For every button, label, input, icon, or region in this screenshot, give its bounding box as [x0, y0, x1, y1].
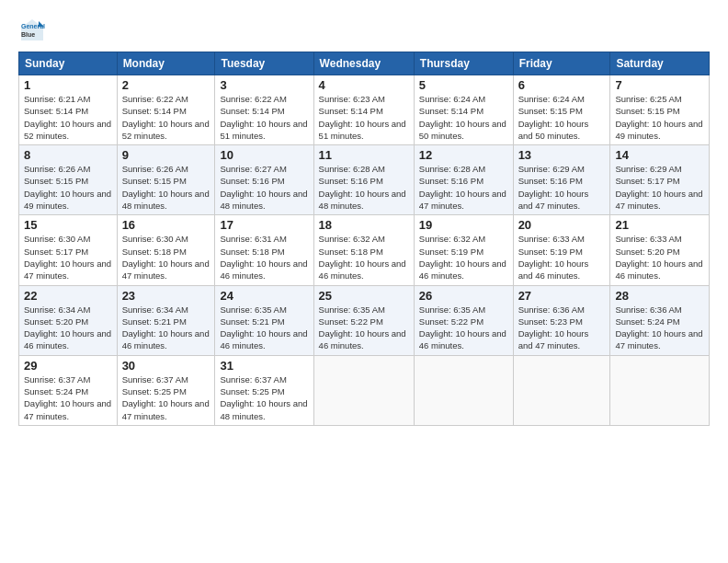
day-info: Sunrise: 6:28 AMSunset: 5:16 PMDaylight:…	[419, 163, 508, 212]
day-number: 5	[419, 78, 508, 92]
calendar-cell	[513, 355, 610, 425]
day-info: Sunrise: 6:24 AMSunset: 5:14 PMDaylight:…	[419, 93, 508, 142]
day-number: 10	[220, 148, 308, 162]
calendar-cell: 28Sunrise: 6:36 AMSunset: 5:24 PMDayligh…	[610, 285, 710, 355]
weekday-header-monday: Monday	[117, 52, 215, 75]
day-number: 2	[122, 78, 210, 92]
day-info: Sunrise: 6:26 AMSunset: 5:15 PMDaylight:…	[24, 163, 112, 212]
calendar-cell: 25Sunrise: 6:35 AMSunset: 5:22 PMDayligh…	[313, 285, 414, 355]
calendar-cell: 24Sunrise: 6:35 AMSunset: 5:21 PMDayligh…	[215, 285, 313, 355]
calendar-cell: 17Sunrise: 6:31 AMSunset: 5:18 PMDayligh…	[215, 215, 313, 285]
day-info: Sunrise: 6:35 AMSunset: 5:21 PMDaylight:…	[220, 304, 308, 352]
day-info: Sunrise: 6:22 AMSunset: 5:14 PMDaylight:…	[220, 93, 308, 142]
calendar-cell: 18Sunrise: 6:32 AMSunset: 5:18 PMDayligh…	[313, 215, 414, 285]
calendar-cell: 3Sunrise: 6:22 AMSunset: 5:14 PMDaylight…	[215, 75, 313, 145]
day-number: 12	[419, 148, 508, 162]
day-number: 28	[615, 289, 704, 303]
calendar-cell	[610, 355, 710, 425]
day-number: 19	[419, 218, 508, 232]
day-number: 4	[319, 78, 409, 92]
day-info: Sunrise: 6:32 AMSunset: 5:19 PMDaylight:…	[419, 233, 508, 282]
calendar-cell: 12Sunrise: 6:28 AMSunset: 5:16 PMDayligh…	[414, 145, 513, 215]
day-info: Sunrise: 6:34 AMSunset: 5:21 PMDaylight:…	[122, 304, 210, 352]
day-number: 11	[319, 148, 409, 162]
day-info: Sunrise: 6:28 AMSunset: 5:16 PMDaylight:…	[319, 163, 409, 212]
calendar-cell: 15Sunrise: 6:30 AMSunset: 5:17 PMDayligh…	[19, 215, 118, 285]
calendar-cell: 30Sunrise: 6:37 AMSunset: 5:25 PMDayligh…	[117, 355, 215, 425]
weekday-header-row: SundayMondayTuesdayWednesdayThursdayFrid…	[19, 52, 710, 75]
day-number: 17	[220, 218, 308, 232]
day-number: 8	[24, 148, 112, 162]
day-number: 3	[220, 78, 308, 92]
day-number: 16	[122, 218, 210, 232]
calendar-cell: 4Sunrise: 6:23 AMSunset: 5:14 PMDaylight…	[313, 75, 414, 145]
calendar-cell: 27Sunrise: 6:36 AMSunset: 5:23 PMDayligh…	[513, 285, 610, 355]
day-info: Sunrise: 6:37 AMSunset: 5:24 PMDaylight:…	[24, 373, 112, 422]
day-info: Sunrise: 6:26 AMSunset: 5:15 PMDaylight:…	[122, 163, 210, 212]
calendar-week-row: 1Sunrise: 6:21 AMSunset: 5:14 PMDaylight…	[19, 75, 710, 145]
calendar-cell: 16Sunrise: 6:30 AMSunset: 5:18 PMDayligh…	[117, 215, 215, 285]
day-info: Sunrise: 6:29 AMSunset: 5:17 PMDaylight:…	[615, 163, 704, 212]
day-number: 1	[24, 78, 112, 92]
day-number: 30	[122, 359, 210, 373]
day-number: 29	[24, 359, 112, 373]
calendar-cell: 20Sunrise: 6:33 AMSunset: 5:19 PMDayligh…	[513, 215, 610, 285]
weekday-header-sunday: Sunday	[19, 52, 118, 75]
day-info: Sunrise: 6:32 AMSunset: 5:18 PMDaylight:…	[319, 233, 409, 282]
day-info: Sunrise: 6:25 AMSunset: 5:15 PMDaylight:…	[615, 93, 704, 142]
day-number: 6	[518, 78, 606, 92]
calendar-cell: 23Sunrise: 6:34 AMSunset: 5:21 PMDayligh…	[117, 285, 215, 355]
day-info: Sunrise: 6:36 AMSunset: 5:24 PMDaylight:…	[615, 304, 704, 352]
day-number: 15	[24, 218, 112, 232]
calendar-cell: 29Sunrise: 6:37 AMSunset: 5:24 PMDayligh…	[19, 355, 118, 425]
day-info: Sunrise: 6:29 AMSunset: 5:16 PMDaylight:…	[518, 163, 606, 212]
day-info: Sunrise: 6:24 AMSunset: 5:15 PMDaylight:…	[518, 93, 606, 142]
calendar-cell: 19Sunrise: 6:32 AMSunset: 5:19 PMDayligh…	[414, 215, 513, 285]
calendar-cell: 1Sunrise: 6:21 AMSunset: 5:14 PMDaylight…	[19, 75, 118, 145]
day-info: Sunrise: 6:27 AMSunset: 5:16 PMDaylight:…	[220, 163, 308, 212]
day-number: 21	[615, 218, 704, 232]
calendar-cell: 22Sunrise: 6:34 AMSunset: 5:20 PMDayligh…	[19, 285, 118, 355]
calendar-cell: 13Sunrise: 6:29 AMSunset: 5:16 PMDayligh…	[513, 145, 610, 215]
day-number: 31	[220, 359, 308, 373]
day-number: 22	[24, 289, 112, 303]
day-number: 24	[220, 289, 308, 303]
day-info: Sunrise: 6:21 AMSunset: 5:14 PMDaylight:…	[24, 93, 112, 142]
svg-text:Blue: Blue	[21, 31, 35, 38]
day-number: 13	[518, 148, 606, 162]
calendar-cell: 10Sunrise: 6:27 AMSunset: 5:16 PMDayligh…	[215, 145, 313, 215]
logo-icon: General Blue	[18, 17, 46, 44]
logo: General Blue	[18, 17, 50, 44]
day-number: 27	[518, 289, 606, 303]
weekday-header-saturday: Saturday	[610, 52, 710, 75]
calendar-week-row: 29Sunrise: 6:37 AMSunset: 5:24 PMDayligh…	[19, 355, 710, 425]
calendar-week-row: 22Sunrise: 6:34 AMSunset: 5:20 PMDayligh…	[19, 285, 710, 355]
calendar-cell: 21Sunrise: 6:33 AMSunset: 5:20 PMDayligh…	[610, 215, 710, 285]
day-info: Sunrise: 6:35 AMSunset: 5:22 PMDaylight:…	[419, 304, 508, 352]
day-number: 18	[319, 218, 409, 232]
weekday-header-friday: Friday	[513, 52, 610, 75]
day-info: Sunrise: 6:37 AMSunset: 5:25 PMDaylight:…	[220, 373, 308, 422]
calendar-cell: 8Sunrise: 6:26 AMSunset: 5:15 PMDaylight…	[19, 145, 118, 215]
calendar-cell	[313, 355, 414, 425]
calendar-cell: 11Sunrise: 6:28 AMSunset: 5:16 PMDayligh…	[313, 145, 414, 215]
calendar-cell: 26Sunrise: 6:35 AMSunset: 5:22 PMDayligh…	[414, 285, 513, 355]
page: General Blue SundayMondayTuesdayWednesda…	[0, 0, 728, 435]
day-number: 23	[122, 289, 210, 303]
day-number: 25	[319, 289, 409, 303]
calendar-week-row: 15Sunrise: 6:30 AMSunset: 5:17 PMDayligh…	[19, 215, 710, 285]
day-info: Sunrise: 6:35 AMSunset: 5:22 PMDaylight:…	[319, 304, 409, 352]
day-info: Sunrise: 6:37 AMSunset: 5:25 PMDaylight:…	[122, 373, 210, 422]
weekday-header-wednesday: Wednesday	[313, 52, 414, 75]
calendar-cell: 6Sunrise: 6:24 AMSunset: 5:15 PMDaylight…	[513, 75, 610, 145]
calendar-week-row: 8Sunrise: 6:26 AMSunset: 5:15 PMDaylight…	[19, 145, 710, 215]
calendar-table: SundayMondayTuesdayWednesdayThursdayFrid…	[18, 52, 710, 426]
calendar-cell	[414, 355, 513, 425]
day-info: Sunrise: 6:30 AMSunset: 5:18 PMDaylight:…	[122, 233, 210, 282]
day-info: Sunrise: 6:31 AMSunset: 5:18 PMDaylight:…	[220, 233, 308, 282]
calendar-cell: 2Sunrise: 6:22 AMSunset: 5:14 PMDaylight…	[117, 75, 215, 145]
weekday-header-thursday: Thursday	[414, 52, 513, 75]
calendar-cell: 9Sunrise: 6:26 AMSunset: 5:15 PMDaylight…	[117, 145, 215, 215]
day-number: 26	[419, 289, 508, 303]
calendar-cell: 14Sunrise: 6:29 AMSunset: 5:17 PMDayligh…	[610, 145, 710, 215]
